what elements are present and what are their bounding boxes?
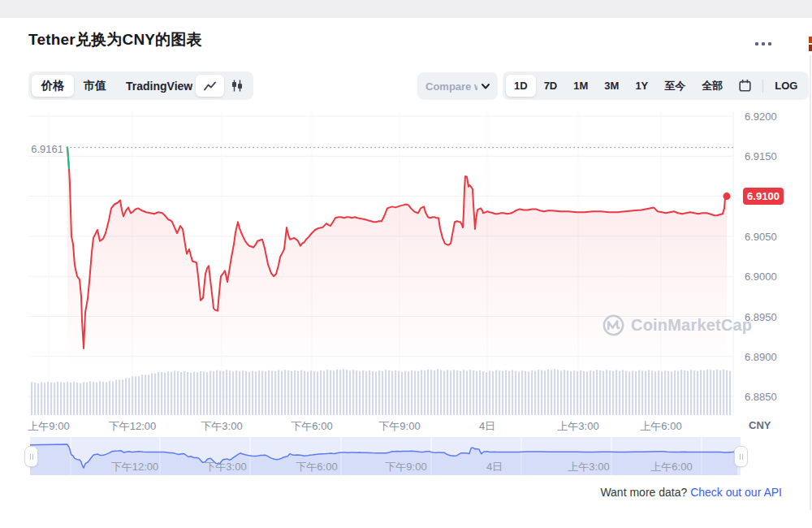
log-scale-button[interactable]: LOG [767, 75, 806, 97]
navigator-axis-label: 下午12:00 [111, 460, 159, 474]
y-axis-label: 6.9000 [745, 270, 782, 283]
compare-button[interactable]: Compare with [417, 72, 498, 100]
navigator-axis-label: 上午3:00 [568, 460, 609, 474]
candlestick-chart-type-button[interactable] [224, 75, 250, 97]
api-promo: Want more data? Check out our API [0, 486, 782, 499]
x-axis-label: 下午3:00 [201, 419, 242, 434]
api-link[interactable]: Check out our API [690, 486, 782, 499]
x-axis-label: 下午9:00 [378, 419, 420, 434]
chart-type-toggle [192, 71, 253, 100]
navigator-axis-label: 下午3:00 [205, 460, 246, 474]
more-options-icon[interactable] [755, 36, 778, 52]
time-range-selector: 1D7D1M3M1Y至今全部LOG [503, 71, 809, 100]
y-axis-label: 6.8900 [745, 350, 782, 362]
range-ytd-button[interactable]: 至今 [656, 75, 693, 97]
line-chart-type-button[interactable] [196, 75, 224, 97]
navigator-axis-label: 下午6:00 [296, 460, 337, 474]
x-axis-label: 下午6:00 [291, 419, 332, 434]
calendar-icon [739, 80, 751, 92]
separator [762, 80, 763, 93]
x-axis-label: 上午9:00 [28, 419, 69, 434]
candlestick-icon [231, 80, 243, 92]
navigator-left-handle[interactable] [24, 446, 38, 467]
x-axis-label: 上午3:00 [557, 419, 598, 434]
y-axis-label: 6.9150 [745, 150, 782, 162]
range-1m-button[interactable]: 1M [565, 75, 596, 97]
x-axis-label: 下午12:00 [109, 419, 157, 434]
watermark-text: CoinMarketCap [631, 316, 752, 335]
open-price-label: 6.9161 [31, 143, 63, 155]
y-axis-label: 6.9050 [745, 230, 782, 242]
navigator-axis-label: 上午6:00 [650, 460, 692, 474]
chart-page: Tether兑换为CNY的图表 价格市值TradingView Compare … [0, 0, 812, 528]
coinmarketcap-logo-icon [603, 314, 624, 336]
page-title: Tether兑换为CNY的图表 [28, 29, 202, 50]
calendar-button[interactable] [731, 75, 759, 97]
y-axis-label: 6.9200 [745, 110, 782, 123]
range-3m-button[interactable]: 3M [596, 75, 627, 97]
navigator-axis-label: 4日 [486, 460, 503, 474]
chevron-down-icon [482, 84, 490, 89]
api-promo-text: Want more data? [600, 486, 690, 499]
chart-tabs: 价格市值TradingView [28, 71, 205, 100]
coinmarketcap-watermark: CoinMarketCap [603, 314, 752, 336]
tab-marketcap[interactable]: 市值 [74, 75, 116, 97]
tab-price[interactable]: 价格 [32, 75, 74, 97]
range-1d-button[interactable]: 1D [506, 75, 536, 97]
navigator-right-handle[interactable] [734, 446, 748, 467]
range-7d-button[interactable]: 7D [536, 75, 566, 97]
current-price-badge: 6.9100 [743, 188, 784, 205]
x-axis-label: 4日 [479, 419, 495, 434]
y-axis-label: 6.8850 [745, 391, 782, 403]
navigator-axis-label: 下午9:00 [385, 460, 426, 474]
x-axis-label: 上午6:00 [640, 419, 681, 434]
currency-axis-label: CNY [749, 419, 771, 431]
range-1y-button[interactable]: 1Y [627, 75, 656, 97]
tab-tradingview[interactable]: TradingView [116, 75, 202, 97]
compare-button-label: Compare with [425, 80, 477, 93]
range-all-button[interactable]: 全部 [693, 75, 731, 97]
line-chart-icon [203, 80, 217, 92]
